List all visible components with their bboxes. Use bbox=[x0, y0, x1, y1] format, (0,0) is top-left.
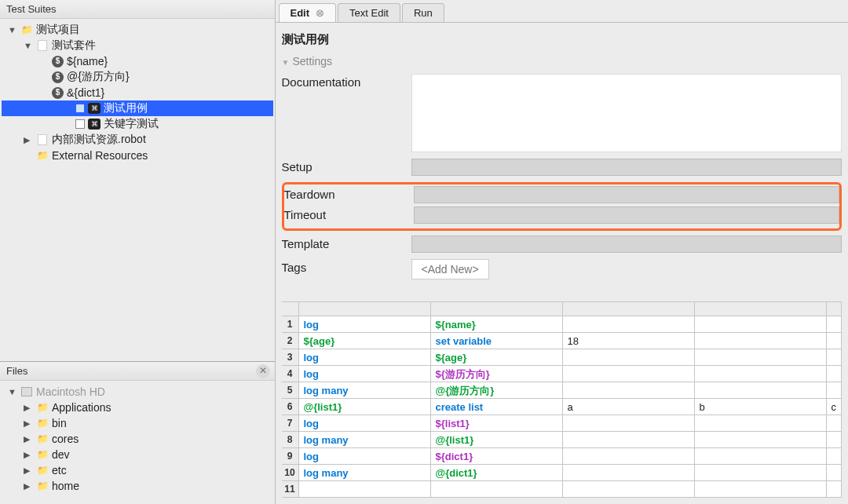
grid-cell[interactable] bbox=[695, 366, 827, 382]
grid-cell[interactable] bbox=[827, 448, 843, 464]
grid-cell[interactable] bbox=[695, 432, 827, 447]
grid-cell[interactable] bbox=[827, 382, 843, 398]
tree-item[interactable]: ▶📁Applications bbox=[2, 400, 273, 415]
expander-icon[interactable]: ▶ bbox=[24, 434, 35, 444]
grid-cell[interactable] bbox=[827, 349, 843, 365]
grid-cell[interactable] bbox=[695, 465, 827, 480]
tree-item[interactable]: ▶内部测试资源.robot bbox=[2, 132, 273, 148]
grid-cell[interactable]: @{list1} bbox=[299, 399, 431, 415]
expander-icon[interactable]: ▶ bbox=[24, 403, 35, 413]
expander-icon[interactable]: ▶ bbox=[24, 135, 35, 145]
grid-cell[interactable] bbox=[827, 481, 843, 497]
teardown-input[interactable] bbox=[414, 186, 840, 203]
tree-item[interactable]: ▶📁home bbox=[2, 478, 273, 494]
grid-cell[interactable] bbox=[563, 448, 695, 464]
template-input[interactable] bbox=[411, 236, 843, 253]
grid-cell[interactable]: log bbox=[299, 316, 431, 332]
checkbox[interactable] bbox=[75, 104, 85, 113]
grid-cell[interactable] bbox=[827, 415, 843, 431]
tree-item[interactable]: ⌘测试用例 bbox=[2, 100, 273, 116]
grid-cell[interactable]: c bbox=[827, 399, 843, 415]
tree-item[interactable]: 📁External Resources bbox=[2, 148, 273, 163]
grid-cell[interactable]: log many bbox=[299, 382, 431, 398]
grid-cell[interactable] bbox=[563, 316, 695, 332]
files-header: Files ✕ bbox=[0, 362, 275, 381]
grid-cell[interactable]: log bbox=[299, 366, 431, 382]
grid-cell[interactable] bbox=[827, 432, 843, 447]
setup-input[interactable] bbox=[411, 159, 843, 176]
grid-cell[interactable]: ${age} bbox=[431, 349, 563, 365]
tree-item[interactable]: ▶📁cores bbox=[2, 431, 273, 447]
grid-cell[interactable] bbox=[695, 448, 827, 464]
tree-item[interactable]: ▶📁bin bbox=[2, 415, 273, 431]
expander-icon[interactable]: ▶ bbox=[24, 466, 35, 476]
grid-cell[interactable] bbox=[563, 349, 695, 365]
row-number: 11 bbox=[282, 481, 299, 497]
tree-item[interactable]: $@{游历方向} bbox=[2, 69, 273, 85]
grid-cell[interactable]: a bbox=[563, 399, 695, 415]
grid-cell[interactable] bbox=[563, 382, 695, 398]
grid-cell[interactable]: ${list1} bbox=[431, 415, 563, 431]
grid-cell[interactable] bbox=[563, 366, 695, 382]
grid-cell[interactable] bbox=[563, 432, 695, 447]
grid-cell[interactable] bbox=[563, 415, 695, 431]
tab-run[interactable]: Run bbox=[402, 3, 444, 22]
grid-cell[interactable]: @{list1} bbox=[431, 432, 563, 447]
tree-item-label: cores bbox=[52, 433, 79, 445]
expander-icon[interactable]: ▶ bbox=[24, 418, 35, 429]
grid-cell[interactable] bbox=[695, 333, 827, 349]
tree-item[interactable]: $&{dict1} bbox=[2, 85, 273, 100]
grid-cell[interactable] bbox=[827, 333, 843, 349]
grid-cell[interactable] bbox=[695, 481, 827, 497]
grid-cell[interactable]: ${dict1} bbox=[431, 448, 563, 464]
grid-cell[interactable]: set variable bbox=[431, 333, 563, 349]
settings-toggle[interactable]: Settings bbox=[282, 55, 843, 68]
grid-cell[interactable]: 18 bbox=[563, 333, 695, 349]
expander-icon[interactable]: ▼ bbox=[8, 25, 19, 35]
grid-cell[interactable]: b bbox=[695, 399, 827, 415]
expander-icon[interactable]: ▶ bbox=[24, 450, 35, 460]
close-icon[interactable]: ⊗ bbox=[316, 7, 324, 19]
add-tag-button[interactable]: <Add New> bbox=[411, 259, 489, 279]
checkbox[interactable] bbox=[75, 119, 85, 129]
grid-cell[interactable]: log bbox=[299, 349, 431, 365]
tab-text-edit[interactable]: Text Edit bbox=[338, 3, 400, 22]
documentation-input[interactable] bbox=[411, 74, 843, 152]
grid-cell[interactable]: create list bbox=[431, 399, 563, 415]
grid-cell[interactable]: ${name} bbox=[431, 316, 563, 332]
grid-cell[interactable]: ${age} bbox=[299, 333, 431, 349]
tab-edit[interactable]: Edit⊗ bbox=[279, 3, 337, 22]
tree-item[interactable]: $${name} bbox=[2, 53, 273, 69]
grid-cell[interactable]: log bbox=[299, 415, 431, 431]
grid-cell[interactable]: log many bbox=[299, 432, 431, 447]
expander-icon[interactable]: ▶ bbox=[24, 481, 35, 491]
grid-cell[interactable] bbox=[695, 316, 827, 332]
tree-item[interactable]: ▶📁etc bbox=[2, 462, 273, 478]
grid-cell[interactable] bbox=[563, 465, 695, 480]
tree-item[interactable]: ⌘关键字测试 bbox=[2, 116, 273, 132]
grid-cell[interactable] bbox=[695, 382, 827, 398]
grid-cell[interactable] bbox=[827, 366, 843, 382]
test-suites-header: Test Suites bbox=[0, 0, 275, 19]
grid-cell[interactable]: @{dict1} bbox=[431, 465, 563, 480]
tree-item[interactable]: ▼📁测试项目 bbox=[2, 22, 273, 38]
grid-cell[interactable] bbox=[827, 316, 843, 332]
close-icon[interactable]: ✕ bbox=[256, 364, 270, 378]
grid-cell[interactable]: ${游历方向} bbox=[431, 366, 563, 382]
row-number: 1 bbox=[282, 316, 299, 332]
grid-cell[interactable]: log many bbox=[299, 465, 431, 480]
expander-icon[interactable]: ▼ bbox=[8, 387, 19, 396]
expander-icon[interactable]: ▼ bbox=[24, 41, 35, 50]
grid-cell[interactable]: @{游历方向} bbox=[431, 382, 563, 398]
tree-item[interactable]: ▼测试套件 bbox=[2, 38, 273, 53]
grid-cell[interactable] bbox=[431, 481, 563, 497]
grid-cell[interactable] bbox=[299, 481, 431, 497]
grid-cell[interactable] bbox=[827, 465, 843, 480]
tree-item[interactable]: ▶📁dev bbox=[2, 447, 273, 462]
timeout-input[interactable] bbox=[414, 206, 840, 224]
grid-cell[interactable] bbox=[695, 349, 827, 365]
grid-cell[interactable] bbox=[563, 481, 695, 497]
tree-item[interactable]: ▼Macintosh HD bbox=[2, 384, 273, 400]
grid-cell[interactable]: log bbox=[299, 448, 431, 464]
grid-cell[interactable] bbox=[695, 415, 827, 431]
